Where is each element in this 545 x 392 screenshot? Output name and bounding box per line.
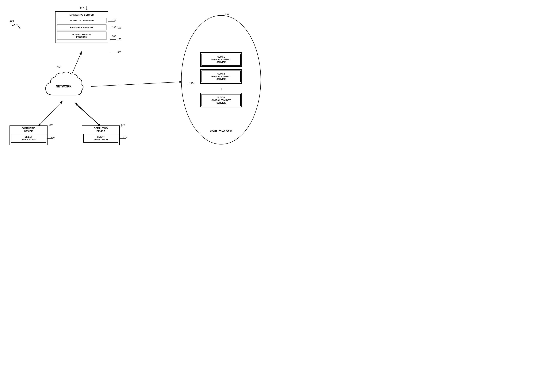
svg-line-5 [74,103,101,126]
ref-100-label: 100 [10,19,14,22]
ref-300: 300 [112,35,116,38]
ref-130: 130 [112,26,116,29]
dots: ⋮ [219,86,223,91]
managing-server-box: MANAGING SERVER WORKLOAD MANAGER 125 RES… [55,11,108,43]
workload-manager-box: WORKLOAD MANAGER [57,18,106,23]
resource-manager-box: RESOURCE MANAGER [57,25,106,30]
svg-marker-19 [49,127,50,127]
computing-device-center: COMPUTING DEVICE CLIENT APPLICATION 112 [82,125,120,145]
ref-100: 100 [10,19,21,31]
svg-marker-23 [121,127,122,127]
client-app-center: CLIENT APPLICATION [83,134,118,143]
slot1-box: SLOT 1 GLOBAL STANDBY SERVICE [202,54,241,66]
computing-device-left: COMPUTING DEVICE CLIENT APPLICATION 110 [10,125,48,145]
diagram: 100 120 MANAGING SERVER WORKLOAD MANAGER… [0,0,272,196]
slotn-box: SLOT N GLOBAL STANDBY SERVICE [202,94,241,106]
ref-125-label: 125 [118,27,121,29]
slot2-box: SLOT 2 GLOBAL STANDBY SERVICE [202,70,241,82]
computing-grid-label: COMPUTING GRID [210,130,232,133]
network-cloud: NETWORK [42,68,86,103]
svg-line-3 [91,82,182,87]
device-left-title: COMPUTING DEVICE [11,127,46,133]
ref-300-label: 300 [118,51,121,54]
ref-160-label: 160 [49,123,53,126]
ref-112-label: 112 [123,136,127,139]
ref-140-label: 140 [224,13,229,16]
client-app-left: CLIENT APPLICATION [11,134,46,143]
svg-text:NETWORK: NETWORK [56,85,72,88]
network-ref-label: 150 [57,66,61,68]
ref-145-label: 145 [189,82,193,85]
slot2-outer: SLOT 2 GLOBAL STANDBY SERVICE [200,69,242,84]
ref-120-label: 120 [80,6,88,10]
slot1-outer: SLOT 1 GLOBAL STANDBY SERVICE [200,52,242,67]
ref-110-label: 110 [51,136,55,139]
global-standby-box: GLOBAL STANDBY PROGRAM [57,31,106,40]
svg-line-4 [38,101,63,126]
device-center-title: COMPUTING DEVICE [83,127,118,133]
ref-130-label: 130 [118,38,121,41]
ref-170-label: 170 [121,123,125,126]
managing-server-title: MANAGING SERVER [57,13,106,16]
computing-grid-circle: SLOT 1 GLOBAL STANDBY SERVICE SLOT 2 GLO… [181,15,261,144]
svg-marker-9 [86,10,87,10]
svg-line-6 [75,103,100,125]
slotn-outer: SLOT N GLOBAL STANDBY SERVICE [200,93,242,107]
